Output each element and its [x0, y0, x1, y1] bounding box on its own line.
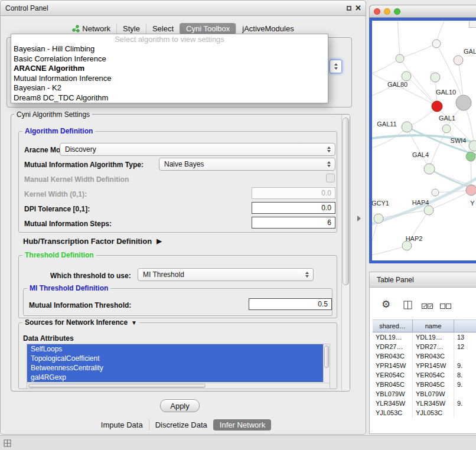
- table-row[interactable]: YDL19…YDL19…13: [373, 332, 476, 342]
- table-row[interactable]: YJL053CYJL053C: [373, 408, 476, 418]
- list-horizontal-thumb[interactable]: [28, 384, 206, 388]
- zoom-window-button[interactable]: [394, 8, 400, 15]
- network-node[interactable]: [466, 185, 476, 195]
- mi-steps-field[interactable]: 6: [252, 217, 335, 229]
- tab-select[interactable]: Select: [146, 23, 180, 34]
- tab-style[interactable]: Style: [116, 23, 146, 34]
- manual-kernel-width-checkbox[interactable]: [326, 174, 335, 182]
- attribute-item-topologicalcoefficient[interactable]: TopologicalCoefficient: [27, 354, 323, 363]
- minimize-window-button[interactable]: [384, 8, 390, 15]
- list-vertical-scrollbar[interactable]: [323, 344, 330, 383]
- table-row[interactable]: YPR145WYPR145W9.: [373, 361, 476, 370]
- attribute-item-gal4rgexp[interactable]: gal4RGexp: [27, 373, 323, 382]
- network-node[interactable]: [432, 189, 439, 196]
- network-node[interactable]: [431, 73, 440, 82]
- data-attributes-items: SelfLoopsTopologicalCoefficientBetweenne…: [27, 344, 323, 382]
- expand-right-icon: ▶: [157, 237, 161, 245]
- bottom-taskbar: [0, 435, 476, 450]
- apply-button[interactable]: Apply: [160, 399, 200, 412]
- table-row[interactable]: YER054CYER054C8.: [373, 370, 476, 380]
- column-header-shared[interactable]: shared…: [373, 319, 413, 332]
- network-node[interactable]: [402, 241, 412, 250]
- network-icon: [72, 25, 80, 32]
- network-node[interactable]: [374, 214, 383, 223]
- algorithm-option-mutual-information-inference[interactable]: Mutual Information Inference: [11, 74, 328, 84]
- algorithm-option-dream8-dc-tdc-algorithm[interactable]: Dream8 DC_TDC Algorithm: [11, 93, 328, 103]
- network-node[interactable]: [402, 122, 412, 132]
- sources-group-title[interactable]: Sources for Network Inference ▼: [22, 318, 139, 327]
- kernel-width-field[interactable]: 0.0: [252, 187, 335, 199]
- table-cell: [454, 408, 476, 418]
- dpi-tolerance-field[interactable]: 0.0: [252, 202, 335, 214]
- which-threshold-combobox[interactable]: MI Threshold: [138, 268, 314, 281]
- settings-scrollbar[interactable]: [341, 115, 350, 390]
- deselect-all-icon[interactable]: [440, 303, 451, 309]
- hub-definition-toggle[interactable]: Hub/Transcription Factor Definition ▶: [23, 237, 162, 246]
- close-panel-button[interactable]: ✕: [355, 4, 361, 12]
- network-node[interactable]: [432, 101, 442, 112]
- network-node[interactable]: [432, 40, 441, 48]
- network-node[interactable]: [424, 206, 433, 215]
- node-label-hap4: HAP4: [412, 199, 429, 206]
- table-row[interactable]: YBR045CYBR045C9.: [373, 380, 476, 389]
- tab-label: jActiveModules: [242, 24, 294, 33]
- tab-jactivemodules[interactable]: jActiveModules: [236, 23, 299, 34]
- bottom-tab-impute-data[interactable]: Impute Data: [95, 419, 149, 431]
- mi-algorithm-type-value: Naive Bayes: [164, 160, 204, 168]
- table-cell: YBR045C: [373, 380, 413, 389]
- network-node[interactable]: [454, 56, 463, 65]
- algorithm-popup-placeholder: Select algorithm to view settings: [11, 34, 328, 44]
- table-row[interactable]: YLR345WYLR345W9.: [373, 399, 476, 408]
- algorithm-option-bayesian-k2[interactable]: Bayesian - K2: [11, 83, 328, 93]
- node-label-swi4: SWI4: [451, 137, 467, 144]
- tab-cyni-toolbox[interactable]: Cyni Toolbox: [180, 23, 236, 34]
- bottom-tab-infer-network[interactable]: Infer Network: [213, 419, 271, 431]
- network-node[interactable]: [442, 125, 451, 133]
- manual-kernel-width-label: Manual Kernel Width Definition: [24, 175, 129, 184]
- network-node[interactable]: [456, 95, 471, 110]
- mi-threshold-field[interactable]: 0.5: [249, 298, 332, 310]
- table-cell: 9.: [454, 380, 476, 389]
- column-header-name[interactable]: name: [413, 319, 454, 332]
- algorithm-option-bayesian-hill-climbing[interactable]: Bayesian - Hill Climbing: [11, 44, 328, 54]
- algorithm-combo-spinner[interactable]: [330, 60, 342, 73]
- network-view-window: GALGAL80GAL10GAL11GAL1SWI4GAL4GCY1HAP4HA…: [369, 5, 476, 263]
- network-node[interactable]: [424, 164, 435, 174]
- hub-definition-label: Hub/Transcription Factor Definition: [23, 237, 152, 246]
- data-attributes-list[interactable]: SelfLoopsTopologicalCoefficientBetweenne…: [27, 344, 330, 389]
- gear-icon[interactable]: ⚙: [382, 298, 390, 311]
- column-management-icon[interactable]: [403, 301, 412, 309]
- network-window-titlebar[interactable]: [369, 5, 476, 18]
- table-panel-titlebar: Table Panel: [370, 272, 476, 288]
- attribute-item-betweennesscentrality[interactable]: BetweennessCentrality: [27, 363, 323, 373]
- tab-network[interactable]: Network: [66, 23, 116, 34]
- algorithm-option-aracne-algorithm[interactable]: ARACNE Algorithm: [11, 64, 328, 74]
- close-window-button[interactable]: [374, 8, 380, 15]
- aracne-mode-combobox[interactable]: Discovery: [60, 143, 335, 156]
- mi-algorithm-type-combobox[interactable]: Naive Bayes: [159, 158, 335, 171]
- table-row[interactable]: YBL079WYBL079W: [373, 389, 476, 399]
- bottom-tab-discretize-data[interactable]: Discretize Data: [149, 419, 213, 431]
- list-vertical-thumb[interactable]: [324, 345, 329, 368]
- list-horizontal-scrollbar[interactable]: [27, 383, 330, 389]
- panel-grid-icon[interactable]: [4, 439, 11, 447]
- float-window-button[interactable]: [347, 6, 351, 11]
- tab-label: Impute Data: [101, 420, 143, 429]
- table-cell: 12: [454, 342, 476, 351]
- mi-steps-label: Mutual Information Steps:: [24, 220, 112, 228]
- settings-scrollbar-thumb[interactable]: [343, 118, 349, 285]
- network-canvas[interactable]: GALGAL80GAL10GAL11GAL1SWI4GAL4GCY1HAP4HA…: [372, 21, 476, 260]
- panel-collapse-arrow[interactable]: [357, 216, 361, 221]
- network-node[interactable]: [466, 152, 475, 161]
- node-label-gal4: GAL4: [412, 151, 429, 158]
- node-label-y: Y: [470, 200, 475, 207]
- attribute-item-selfloops[interactable]: SelfLoops: [27, 344, 323, 354]
- network-node[interactable]: [402, 71, 411, 81]
- algorithm-option-basic-correlation-inference[interactable]: Basic Correlation Inference: [11, 54, 328, 64]
- table-row[interactable]: YDR27…YDR27…12: [373, 342, 476, 351]
- select-all-icon[interactable]: [422, 303, 433, 309]
- table-row[interactable]: YBR043CYBR043C: [373, 351, 476, 361]
- column-header-col3[interactable]: [454, 319, 476, 332]
- network-node[interactable]: [396, 54, 404, 63]
- network-edge: [397, 21, 400, 58]
